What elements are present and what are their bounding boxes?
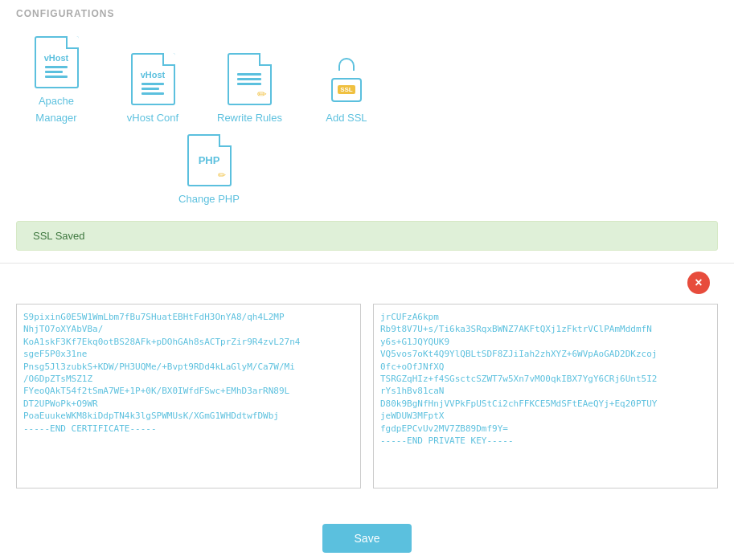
save-button[interactable]: Save [322, 524, 412, 553]
change-php-label: Change PHP [178, 193, 240, 205]
add-ssl-item[interactable]: SSL Add SSL [314, 51, 379, 124]
cert-section: × [0, 272, 734, 508]
ssl-saved-bar: SSL Saved [16, 221, 718, 251]
cert-textareas [16, 304, 718, 492]
apache-manager-label2: Manager [35, 112, 76, 124]
rewrite-rules-item[interactable]: ✏ Rewrite Rules [217, 51, 282, 124]
change-php-icon: PHP ✏ [185, 132, 233, 188]
apache-manager-item[interactable]: vHost Apache Manager [24, 34, 88, 124]
private-key-wrap [373, 304, 718, 492]
certificate-textarea[interactable] [16, 304, 361, 488]
rewrite-rules-icon: ✏ [225, 51, 273, 107]
private-key-textarea[interactable] [373, 304, 718, 488]
apache-manager-icon: vHost [32, 34, 80, 90]
change-php-item[interactable]: PHP ✏ Change PHP [177, 132, 241, 205]
config-icons-row2: PHP ✏ Change PHP [0, 132, 734, 213]
vhost-conf-icon: vHost [129, 51, 177, 107]
certificate-wrap [16, 304, 361, 492]
save-btn-row: Save [0, 524, 734, 560]
rewrite-rules-label: Rewrite Rules [217, 112, 282, 124]
vhost-conf-label: vHost Conf [127, 112, 178, 124]
section-divider [0, 263, 734, 264]
close-button[interactable]: × [687, 272, 710, 294]
add-ssl-label: Add SSL [326, 112, 367, 124]
apache-manager-label: Apache [39, 95, 74, 107]
config-icons-row1: vHost Apache Manager vHost [0, 26, 734, 132]
page-title: CONFIGURATIONS [0, 0, 734, 26]
add-ssl-icon: SSL [322, 51, 371, 107]
vhost-conf-item[interactable]: vHost vHost Conf [121, 51, 185, 124]
